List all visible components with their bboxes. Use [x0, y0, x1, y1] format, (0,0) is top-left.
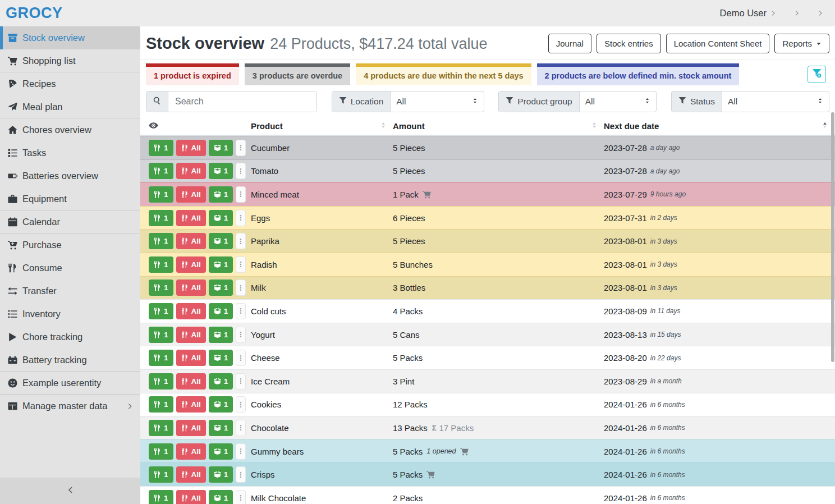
status-select[interactable]: All	[722, 91, 829, 112]
sidebar-item-example-userentity[interactable]: Example userentity	[0, 372, 140, 395]
consume-one-button[interactable]: 1	[149, 186, 173, 203]
table-row[interactable]: 1All1Radish5 Bunches2023-08-01in 3 days	[140, 253, 835, 276]
consume-one-button[interactable]: 1	[149, 233, 173, 249]
row-more-menu-button[interactable]	[236, 490, 246, 504]
clear-filter-button[interactable]	[808, 66, 826, 83]
sidebar-item-stock-overview[interactable]: Stock overview	[0, 26, 140, 49]
sidebar-collapse-button[interactable]	[0, 478, 140, 504]
row-more-menu-button[interactable]	[236, 466, 246, 483]
consume-all-button[interactable]: All	[176, 490, 206, 504]
row-more-menu-button[interactable]	[236, 233, 246, 249]
consume-one-button[interactable]: 1	[149, 303, 173, 319]
table-row[interactable]: 1All1Paprika5 Pieces2023-08-01in 3 days	[140, 229, 835, 253]
consume-all-button[interactable]: All	[176, 303, 206, 319]
row-more-menu-button[interactable]	[236, 163, 246, 179]
row-more-menu-button[interactable]	[236, 327, 246, 343]
sidebar-item-chore-tracking[interactable]: Chore tracking	[0, 326, 140, 349]
sidebar-item-equipment[interactable]: Equipment	[0, 187, 140, 210]
row-more-menu-button[interactable]	[236, 256, 246, 273]
open-one-button[interactable]: 1	[209, 303, 233, 319]
table-row[interactable]: 1All1Chocolate13 PacksΣ17 Packs2024-01-2…	[140, 416, 835, 439]
open-one-button[interactable]: 1	[209, 256, 233, 273]
consume-all-button[interactable]: All	[176, 186, 206, 203]
sidebar-item-purchase[interactable]: Purchase	[0, 233, 140, 256]
column-header-amount[interactable]: Amount	[391, 117, 602, 135]
stock-entries-button[interactable]: Stock entries	[597, 34, 661, 53]
vertical-scrollbar-thumb[interactable]	[831, 112, 834, 362]
table-row[interactable]: 1All1Milk3 Bottles2023-08-01in 3 days	[140, 276, 835, 300]
open-one-button[interactable]: 1	[209, 420, 233, 436]
open-one-button[interactable]: 1	[209, 327, 233, 343]
sidebar-item-chores-overview[interactable]: Chores overview	[0, 118, 140, 141]
open-one-button[interactable]: 1	[209, 466, 233, 483]
table-row[interactable]: 1All1Cheese5 Packs2023-08-20in 22 days	[140, 346, 835, 369]
consume-one-button[interactable]: 1	[149, 420, 173, 436]
consume-all-button[interactable]: All	[176, 256, 206, 273]
consume-all-button[interactable]: All	[176, 210, 206, 226]
consume-all-button[interactable]: All	[176, 163, 206, 179]
consume-all-button[interactable]: All	[176, 396, 206, 413]
consume-all-button[interactable]: All	[176, 466, 206, 483]
consume-all-button[interactable]: All	[176, 420, 206, 436]
column-header-next-due-date[interactable]: Next due date	[602, 117, 833, 135]
column-header-product[interactable]: Product	[249, 117, 391, 135]
consume-all-button[interactable]: All	[176, 443, 206, 460]
column-header-actions[interactable]	[147, 117, 249, 135]
row-more-menu-button[interactable]	[236, 396, 246, 413]
table-row[interactable]: 1All1Cookies12 Packs2024-01-26in 6 month…	[140, 393, 835, 416]
consume-one-button[interactable]: 1	[149, 490, 173, 504]
open-one-button[interactable]: 1	[209, 373, 233, 390]
table-row[interactable]: 1All1Tomato5 Pieces2023-07-28a day ago	[140, 159, 835, 183]
sidebar-item-recipes[interactable]: Recipes	[0, 72, 140, 95]
consume-all-button[interactable]: All	[176, 233, 206, 249]
consume-all-button[interactable]: All	[176, 327, 206, 343]
table-row[interactable]: 1All1Yogurt5 Cans2023-08-13in 15 days	[140, 323, 835, 346]
sidebar-item-shopping-list[interactable]: Shopping list	[0, 49, 140, 72]
banner-expired[interactable]: 1 product is expired	[146, 63, 239, 85]
open-one-button[interactable]: 1	[209, 490, 233, 504]
row-more-menu-button[interactable]	[236, 280, 246, 296]
consume-all-button[interactable]: All	[176, 373, 206, 390]
table-row[interactable]: 1All1Eggs6 Pieces2023-07-31in 2 days	[140, 206, 835, 230]
row-more-menu-button[interactable]	[236, 210, 246, 226]
table-row[interactable]: 1All1Cucumber5 Pieces2023-07-28a day ago	[140, 136, 835, 159]
sidebar-item-manage-master-data[interactable]: Manage master data	[0, 395, 140, 418]
banner-below-min[interactable]: 2 products are below defined min. stock …	[537, 63, 740, 85]
journal-button[interactable]: Journal	[548, 34, 591, 53]
sidebar-item-tasks[interactable]: Tasks	[0, 141, 140, 164]
sidebar-item-consume[interactable]: Consume	[0, 256, 140, 280]
search-input[interactable]	[168, 91, 316, 112]
row-more-menu-button[interactable]	[236, 140, 246, 156]
location-content-sheet-button[interactable]: Location Content Sheet	[666, 34, 770, 53]
row-more-menu-button[interactable]	[236, 443, 246, 460]
row-more-menu-button[interactable]	[236, 303, 246, 319]
open-one-button[interactable]: 1	[209, 140, 233, 156]
consume-one-button[interactable]: 1	[149, 327, 173, 343]
open-one-button[interactable]: 1	[209, 280, 233, 296]
sidebar-item-calendar[interactable]: Calendar	[0, 210, 140, 233]
admin-menu-toggle[interactable]	[814, 8, 824, 19]
grocy-logo[interactable]: GROCY	[6, 4, 63, 22]
table-row[interactable]: 1All1Gummy bears5 Packs1 opened2024-01-2…	[140, 439, 835, 463]
open-one-button[interactable]: 1	[209, 163, 233, 179]
row-more-menu-button[interactable]	[236, 420, 246, 436]
table-row[interactable]: 1All1Crisps5 Packs2024-01-26in 6 months	[140, 462, 835, 486]
row-more-menu-button[interactable]	[236, 350, 246, 366]
consume-one-button[interactable]: 1	[149, 466, 173, 483]
open-one-button[interactable]: 1	[209, 396, 233, 413]
sidebar-item-inventory[interactable]: Inventory	[0, 303, 140, 326]
product-group-select[interactable]: All	[580, 91, 657, 112]
banner-due-soon[interactable]: 4 products are due within the next 5 day…	[356, 63, 531, 85]
table-row[interactable]: 1All1Milk Chocolate2 Packs2024-01-26in 6…	[140, 486, 835, 504]
reports-dropdown-button[interactable]: Reports	[774, 34, 829, 53]
open-one-button[interactable]: 1	[209, 443, 233, 460]
sidebar-item-battery-tracking[interactable]: Battery tracking	[0, 349, 140, 372]
consume-all-button[interactable]: All	[176, 350, 206, 366]
consume-one-button[interactable]: 1	[149, 140, 173, 156]
consume-one-button[interactable]: 1	[149, 210, 173, 226]
row-more-menu-button[interactable]	[236, 373, 246, 390]
consume-one-button[interactable]: 1	[149, 443, 173, 460]
consume-all-button[interactable]: All	[176, 140, 206, 156]
banner-overdue[interactable]: 3 products are overdue	[245, 63, 350, 85]
open-one-button[interactable]: 1	[209, 350, 233, 366]
